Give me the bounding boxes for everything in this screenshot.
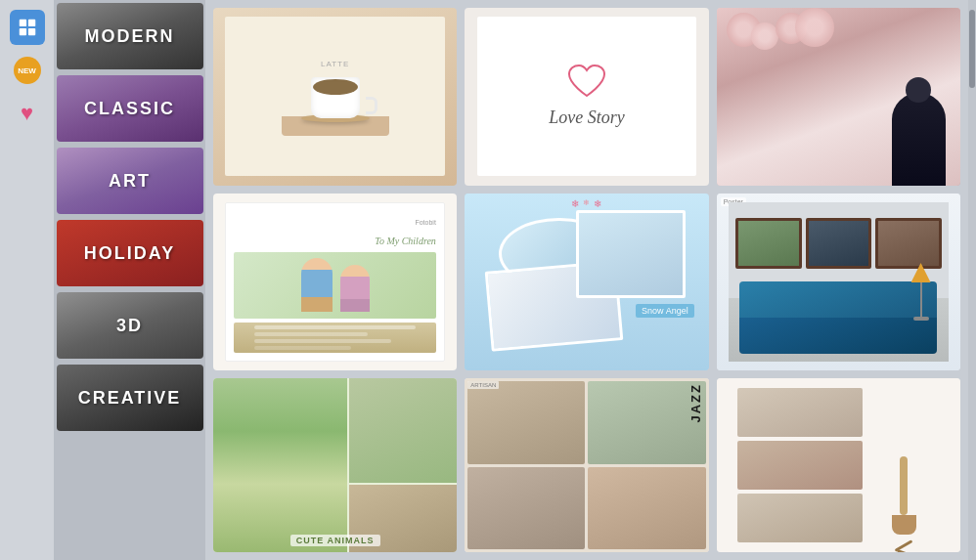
- love-story-title: Love Story: [549, 108, 624, 128]
- template-card-room-poster[interactable]: Poster: [717, 194, 960, 371]
- category-modern-label: MODERN: [85, 26, 175, 47]
- sidebar-icons: NEW ♥: [0, 0, 54, 560]
- template-card-poster-multi[interactable]: Poster: [717, 378, 960, 552]
- right-scrollbar[interactable]: [968, 0, 976, 560]
- artisan-badge: ARTISAN: [467, 381, 499, 389]
- category-art-label: ART: [109, 171, 151, 192]
- template-card-children[interactable]: Fotobit To My Children: [213, 194, 457, 371]
- scrollbar-thumb: [969, 10, 975, 88]
- template-card-coffee[interactable]: LATTE: [213, 8, 457, 186]
- template-grid: LATTE Love Story: [205, 0, 968, 560]
- svg-rect-3: [27, 28, 34, 35]
- person-silhouette: [892, 93, 946, 186]
- svg-rect-2: [19, 28, 25, 35]
- pages-icon-button[interactable]: [10, 10, 45, 45]
- to-my-children-title: To My Children: [375, 236, 436, 246]
- category-nav: MODERN CLASsIC ART HOLIDAY 3D CREATIVE: [54, 0, 205, 560]
- svg-rect-1: [27, 20, 34, 26]
- fotobit-badge: Fotobit: [415, 219, 435, 226]
- snow-angel-label: Snow Angel: [636, 304, 694, 318]
- category-classic-label: CLASsIC: [84, 99, 175, 119]
- category-creative-label: CREATIVE: [78, 388, 182, 409]
- coffee-label: LATTE: [321, 60, 349, 68]
- jazz-label: JAZZ: [688, 383, 703, 423]
- category-art[interactable]: ART: [57, 148, 203, 214]
- heart-button[interactable]: ♥: [10, 96, 45, 131]
- category-holiday[interactable]: HOLIDAY: [57, 220, 203, 286]
- template-card-love-story[interactable]: Love Story: [465, 8, 708, 186]
- heart-shape: [567, 65, 606, 100]
- template-card-cute-animals[interactable]: CUTE ANIMALS: [213, 378, 457, 552]
- heart-icon: ♥: [21, 101, 33, 126]
- category-holiday-label: HOLIDAY: [84, 243, 175, 264]
- template-card-snow-angel[interactable]: ❄ ❄ ❄ Snow Angel: [465, 194, 708, 371]
- new-badge-button[interactable]: NEW: [10, 53, 45, 88]
- new-badge-label: NEW: [18, 66, 36, 75]
- cute-animals-label: CUTE ANIMALS: [290, 535, 380, 546]
- category-3d[interactable]: 3D: [57, 292, 203, 359]
- category-modern[interactable]: MODERN: [57, 3, 203, 69]
- new-badge: NEW: [14, 57, 41, 84]
- svg-rect-0: [19, 20, 25, 26]
- template-card-jazz[interactable]: JAZZ ARTISAN: [465, 378, 708, 552]
- person-head: [906, 77, 931, 103]
- category-3d-label: 3D: [116, 316, 143, 336]
- template-card-roses[interactable]: [717, 8, 960, 186]
- category-creative[interactable]: CREATIVE: [57, 365, 203, 431]
- category-classic[interactable]: CLASsIC: [57, 75, 203, 142]
